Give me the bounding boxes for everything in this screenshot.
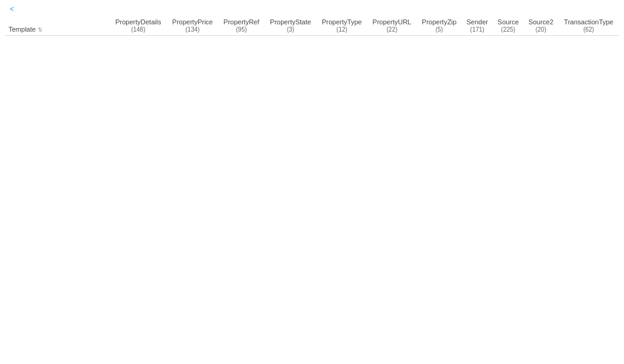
column-header-propertyRef: PropertyRef(95): [218, 16, 264, 36]
column-header-template[interactable]: Template ⇅: [5, 16, 110, 36]
column-header-source2: Source2(20): [523, 16, 558, 36]
column-header-transactionType: TransactionType(62): [558, 16, 619, 36]
column-header-sender: Sender(171): [462, 16, 493, 36]
column-header-propertyState: PropertyState(3): [264, 16, 316, 36]
column-header-propertyZip: PropertyZip(5): [417, 16, 462, 36]
column-header-source: Source(225): [493, 16, 523, 36]
column-header-propertyPrice: PropertyPrice(134): [167, 16, 219, 36]
column-header-propertyType: PropertyType(12): [316, 16, 367, 36]
column-header-propertyDetails: PropertyDetails(148): [110, 16, 167, 36]
field-usage-table: Template ⇅PropertyDetails(148)PropertyPr…: [5, 16, 619, 36]
back-to-fields-link[interactable]: [10, 5, 14, 13]
sort-icon: ⇅: [38, 27, 43, 33]
column-header-propertyURL: PropertyURL(22): [367, 16, 417, 36]
field-usage-table-container: Template ⇅PropertyDetails(148)PropertyPr…: [0, 16, 624, 36]
